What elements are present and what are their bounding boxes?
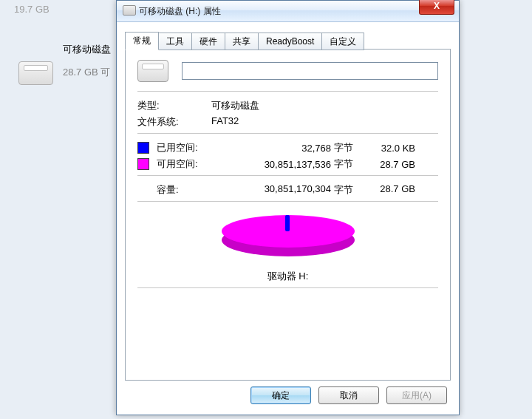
capacity-label: 容量:	[157, 183, 220, 197]
titlebar[interactable]: 可移动磁盘 (H:) 属性 X	[117, 1, 459, 22]
apply-button[interactable]: 应用(A)	[386, 386, 447, 404]
tab-tools[interactable]: 工具	[158, 33, 192, 50]
tab-sharing[interactable]: 共享	[225, 33, 259, 50]
bytes-unit: 字节	[334, 183, 364, 197]
filesystem-label: 文件系统:	[137, 115, 211, 129]
dialog-title: 可移动磁盘 (H:) 属性	[139, 5, 221, 18]
separator	[137, 201, 438, 202]
bytes-unit: 字节	[334, 141, 364, 154]
free-space-label: 可用空间:	[157, 157, 220, 171]
capacity-human: 28.7 GB	[364, 183, 415, 197]
volume-label-input[interactable]	[182, 62, 438, 80]
capacity-bytes: 30,851,170,304	[220, 183, 334, 197]
used-color-swatch	[137, 142, 149, 154]
drive-caption: 驱动器 H:	[137, 270, 438, 283]
ok-button[interactable]: 确定	[250, 386, 311, 404]
tab-panel-general: 类型: 可移动磁盘 文件系统: FAT32 已用空间: 32,768 字节 32…	[125, 49, 451, 381]
background-drive-name: 可移动磁盘	[63, 43, 111, 56]
bytes-unit: 字节	[334, 157, 364, 171]
close-button[interactable]: X	[419, 0, 454, 15]
type-label: 类型:	[137, 99, 211, 112]
drive-icon	[123, 5, 136, 16]
separator	[137, 287, 438, 288]
drive-icon	[137, 60, 168, 82]
used-space-label: 已用空间:	[157, 141, 220, 154]
free-space-human: 28.7 GB	[364, 159, 415, 170]
tab-general[interactable]: 常规	[125, 32, 159, 50]
free-space-bytes: 30,851,137,536	[220, 159, 334, 170]
tab-customize[interactable]: 自定义	[321, 33, 364, 50]
dialog-button-bar: 确定 取消 应用(A)	[117, 386, 459, 409]
usage-pie-chart	[222, 209, 355, 265]
type-value: 可移动磁盘	[211, 99, 259, 112]
filesystem-value: FAT32	[211, 115, 239, 129]
used-space-bytes: 32,768	[220, 143, 334, 154]
free-color-swatch	[137, 158, 149, 170]
separator	[137, 91, 438, 92]
properties-dialog: 可移动磁盘 (H:) 属性 X 常规工具硬件共享ReadyBoost自定义 类型…	[116, 0, 460, 415]
tab-strip: 常规工具硬件共享ReadyBoost自定义	[125, 32, 451, 50]
background-drive-size: 28.7 GB 可	[63, 66, 110, 79]
separator	[137, 133, 438, 134]
background-prev-size: 19.7 GB	[14, 4, 50, 15]
tab-readyboost[interactable]: ReadyBoost	[258, 33, 322, 50]
cancel-button[interactable]: 取消	[318, 386, 379, 404]
tab-hardware[interactable]: 硬件	[191, 33, 225, 50]
used-space-human: 32.0 KB	[364, 143, 415, 154]
separator	[137, 175, 438, 176]
drive-icon	[18, 61, 53, 85]
